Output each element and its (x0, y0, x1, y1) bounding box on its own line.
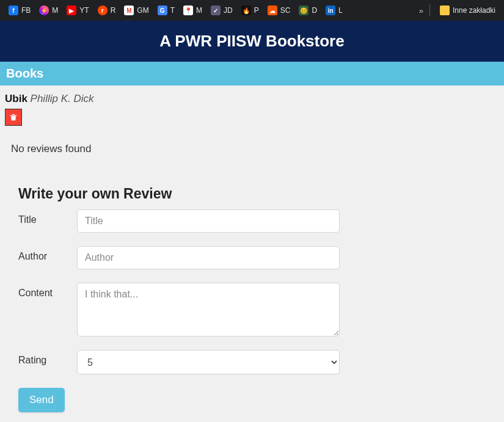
gmail-icon: M (124, 5, 134, 15)
divider (429, 4, 430, 16)
bookmark-label: R (111, 6, 116, 15)
bookmark-label: M (52, 6, 58, 15)
content-label: Content (18, 283, 77, 299)
app-header: A PWR PIISW Bookstore (0, 21, 504, 62)
bookmark-label: GM (137, 6, 148, 15)
book-title: Ubik (5, 93, 27, 104)
translate-icon: G (158, 5, 167, 15)
rating-select[interactable]: 5 (77, 350, 340, 374)
form-row-content: Content (18, 283, 486, 337)
bookmark-maps[interactable]: 📍M (180, 3, 206, 18)
bookmark-sc[interactable]: ☁SC (264, 3, 294, 18)
bookmark-label: P (254, 6, 259, 15)
bookmark-jd[interactable]: ✓JD (207, 3, 236, 18)
bookmark-label: D (312, 6, 317, 15)
app-title: A PWR PIISW Bookstore (159, 32, 344, 50)
form-row-author: Author (18, 246, 486, 269)
delete-button[interactable] (5, 109, 22, 126)
reddit-icon: r (98, 5, 108, 15)
content-textarea[interactable] (77, 283, 340, 337)
subnav-books[interactable]: Books (0, 62, 504, 85)
linkedin-icon: in (326, 5, 335, 15)
messenger-icon: ⚡ (39, 5, 49, 15)
facebook-icon: f (9, 5, 18, 15)
bookmark-label: SC (280, 6, 291, 15)
author-label: Author (18, 246, 77, 262)
bookmark-label: JD (224, 6, 233, 15)
subnav-label: Books (6, 67, 43, 80)
author-input[interactable] (77, 246, 340, 269)
maps-icon: 📍 (183, 5, 193, 15)
bookmark-linkedin[interactable]: inL (322, 3, 346, 18)
bookmark-messenger[interactable]: ⚡M (35, 3, 62, 18)
no-reviews-text: No reviews found (11, 143, 499, 155)
bookmark-gmail[interactable]: MGM (120, 3, 152, 18)
bookmark-label: L (338, 6, 343, 15)
bookmark-label: YT (79, 6, 89, 15)
youtube-icon: ▶ (67, 5, 76, 15)
bookmarks-left: fFB ⚡M ▶YT rR MGM GT 📍M ✓JD 🔥P ☁SC 😊D in… (5, 3, 346, 18)
bookmark-label: FB (21, 6, 31, 15)
review-form: Write your own Review Title Author Conte… (5, 161, 499, 418)
bookmark-folder-other[interactable]: Inne zakładki (436, 3, 499, 18)
bookmark-yt[interactable]: ▶YT (63, 3, 92, 18)
flame-icon: 🔥 (241, 5, 251, 15)
bookmark-label: M (196, 6, 202, 15)
rating-label: Rating (18, 350, 77, 366)
soundcloud-icon: ☁ (268, 5, 277, 15)
book-author: Phillip K. Dick (31, 93, 94, 104)
title-input[interactable] (77, 209, 340, 233)
bookmark-p[interactable]: 🔥P (238, 3, 263, 18)
bookmark-folder-label: Inne zakładki (453, 6, 495, 15)
bookmark-fb[interactable]: fFB (5, 3, 34, 18)
bookmark-bar: fFB ⚡M ▶YT rR MGM GT 📍M ✓JD 🔥P ☁SC 😊D in… (0, 0, 504, 21)
bookmarks-overflow[interactable]: » (419, 6, 423, 15)
book-heading: Ubik Phillip K. Dick (5, 92, 499, 107)
jd-icon: ✓ (211, 5, 221, 15)
d-icon: 😊 (299, 5, 309, 15)
main-content: Ubik Phillip K. Dick No reviews found Wr… (0, 85, 504, 422)
form-heading: Write your own Review (18, 186, 486, 202)
bookmark-reddit[interactable]: rR (94, 3, 120, 18)
bookmark-d[interactable]: 😊D (295, 3, 321, 18)
send-button[interactable]: Send (18, 388, 65, 412)
form-row-title: Title (18, 209, 486, 233)
bookmark-label: T (170, 6, 175, 15)
trash-icon (9, 113, 18, 122)
bookmark-translate[interactable]: GT (154, 3, 178, 18)
folder-icon (440, 5, 450, 15)
bookmarks-right: » Inne zakładki (419, 3, 499, 18)
form-row-rating: Rating 5 (18, 350, 486, 374)
title-label: Title (18, 209, 77, 225)
